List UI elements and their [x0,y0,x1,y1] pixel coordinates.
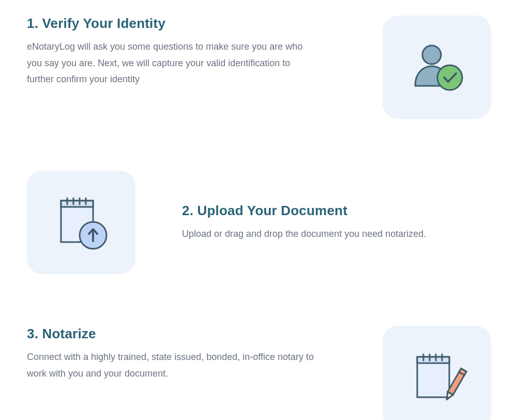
step-description: Upload or drag and drop the document you… [182,226,491,243]
step-text: 1. Verify Your Identity eNotaryLog will … [27,16,352,88]
svg-point-0 [422,46,441,64]
svg-rect-3 [61,201,93,207]
icon-box [383,326,491,420]
step-title: 2. Upload Your Document [182,203,491,219]
icon-box [383,16,491,119]
step-description: Connect with a highly trained, state iss… [27,349,316,382]
step-title: 3. Notarize [27,326,352,342]
icon-box [27,171,135,274]
svg-point-1 [437,65,462,90]
svg-rect-11 [417,357,449,363]
step-text: 2. Upload Your Document Upload or drag a… [166,203,491,243]
document-upload-icon [52,191,111,253]
step-title: 1. Verify Your Identity [27,16,352,32]
step-text: 3. Notarize Connect with a highly traine… [27,326,352,382]
step-description: eNotaryLog will ask you some questions t… [27,39,316,88]
steps-list: 1. Verify Your Identity eNotaryLog will … [0,0,517,420]
person-verified-icon [406,36,468,98]
step-verify-identity: 1. Verify Your Identity eNotaryLog will … [27,16,491,119]
step-notarize: 3. Notarize Connect with a highly traine… [27,326,491,420]
step-upload-document: 2. Upload Your Document Upload or drag a… [27,171,491,274]
document-pencil-icon [406,347,468,409]
